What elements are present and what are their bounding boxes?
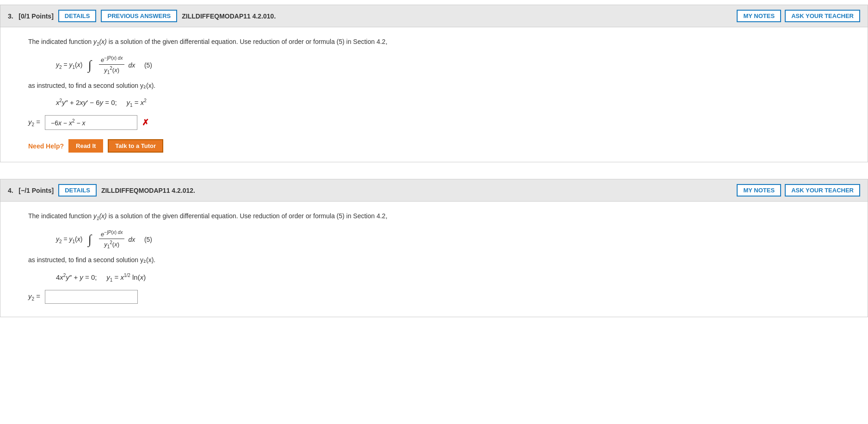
fraction-numerator: e−∫P(x) dx xyxy=(99,55,125,65)
problem-points-4: [−/1 Points] xyxy=(18,187,54,194)
problem-points: [0/1 Points] xyxy=(18,12,53,20)
problem-3-number: 3. [0/1 Points] xyxy=(8,12,54,20)
my-notes-button[interactable]: MY NOTES xyxy=(737,10,781,22)
problem-id-4: ZILLDIFFEQMODAP11 4.2.012. xyxy=(101,187,195,194)
problem-4-body: The indicated function y1(x) is a soluti… xyxy=(0,202,868,316)
fraction-denominator-4: y12(x) xyxy=(102,239,121,249)
integral-symbol-4: ∫ xyxy=(88,233,92,246)
read-it-button-3[interactable]: Read It xyxy=(68,139,103,153)
dx-label: dx xyxy=(128,61,135,69)
problem-3-header: 3. [0/1 Points] DETAILS PREVIOUS ANSWERS… xyxy=(0,5,868,27)
wrong-icon-3: ✗ xyxy=(142,117,149,128)
details-button[interactable]: DETAILS xyxy=(58,10,97,22)
talk-tutor-button-3[interactable]: Talk to a Tutor xyxy=(108,139,163,153)
ask-teacher-button-3[interactable]: ASK YOUR TEACHER xyxy=(785,10,860,22)
header-right-actions-4: MY NOTES ASK YOUR TEACHER xyxy=(737,184,860,197)
y2-eq-label-4: y2 = y1(x) xyxy=(56,235,82,244)
problem-4-answer-row: y2 = xyxy=(28,290,849,304)
answer-label-4: y2 = xyxy=(28,292,40,301)
dx-label-4: dx xyxy=(128,236,135,243)
problem-number-text-4: 4. xyxy=(8,187,13,194)
answer-input-4[interactable] xyxy=(45,290,138,304)
fraction-numerator-4: e−∫P(x) dx xyxy=(99,230,125,239)
problem-3-equation-block: x2y″ + 2xy′ − 6y = 0; y1 = x2 xyxy=(56,98,849,108)
details-button-4[interactable]: DETAILS xyxy=(58,184,97,197)
y1-notation: y1(x) xyxy=(93,38,107,45)
fraction-denominator: y12(x) xyxy=(102,65,121,75)
problem-id: ZILLDIFFEQMODAP11 4.2.010. xyxy=(182,12,276,20)
formula-number-label: (5) xyxy=(144,61,152,69)
my-notes-button-4[interactable]: MY NOTES xyxy=(737,184,781,197)
problem-4-number: 4. [−/1 Points] xyxy=(8,187,54,194)
answer-input-3[interactable]: −6x − x2 − x xyxy=(45,115,137,130)
problem-3-section: 3. [0/1 Points] DETAILS PREVIOUS ANSWERS… xyxy=(0,5,868,162)
problem-3-body: The indicated function y1(x) is a soluti… xyxy=(0,27,868,162)
header-right-actions: MY NOTES ASK YOUR TEACHER xyxy=(737,10,860,22)
previous-answers-button[interactable]: PREVIOUS ANSWERS xyxy=(101,10,177,22)
formula-5-block: y2 = y1(x) ∫ e−∫P(x) dx y12(x) dx (5) xyxy=(56,55,849,75)
need-help-3: Need Help? Read It Talk to a Tutor xyxy=(28,139,849,153)
fraction: e−∫P(x) dx y12(x) xyxy=(99,55,125,75)
equation-text-4: 4x2y″ + y = 0; y1 = x1/2 ln(x) xyxy=(56,273,146,281)
problem-3-instruction: as instructed, to find a second solution… xyxy=(28,80,849,91)
problem-3-answer-row: y2 = −6x − x2 − x ✗ xyxy=(28,115,849,130)
y1-notation-4: y1(x) xyxy=(93,212,107,220)
problem-4-description: The indicated function y1(x) is a soluti… xyxy=(28,211,849,222)
ask-teacher-button-4[interactable]: ASK YOUR TEACHER xyxy=(785,184,860,197)
integral-symbol: ∫ xyxy=(88,59,92,72)
y2-eq-label: y2 = y1(x) xyxy=(56,61,82,70)
need-help-label-3: Need Help? xyxy=(28,142,64,150)
answer-label-3: y2 = xyxy=(28,118,40,127)
problem-4-section: 4. [−/1 Points] DETAILS ZILLDIFFEQMODAP1… xyxy=(0,179,868,317)
problem-4-equation-block: 4x2y″ + y = 0; y1 = x1/2 ln(x) xyxy=(56,273,849,283)
problem-3-description: The indicated function y1(x) is a soluti… xyxy=(28,37,849,48)
problem-number-text: 3. xyxy=(8,12,13,20)
formula-5-block-4: y2 = y1(x) ∫ e−∫P(x) dx y12(x) dx (5) xyxy=(56,230,849,249)
formula-row: y2 = y1(x) ∫ e−∫P(x) dx y12(x) dx (5) xyxy=(56,55,152,75)
problem-4-instruction: as instructed, to find a second solution… xyxy=(28,255,849,265)
equation-text: x2y″ + 2xy′ − 6y = 0; y1 = x2 xyxy=(56,98,147,106)
fraction-4: e−∫P(x) dx y12(x) xyxy=(99,230,125,249)
problem-4-header: 4. [−/1 Points] DETAILS ZILLDIFFEQMODAP1… xyxy=(0,179,868,202)
formula-number-label-4: (5) xyxy=(144,236,152,243)
formula-row-4: y2 = y1(x) ∫ e−∫P(x) dx y12(x) dx (5) xyxy=(56,230,152,249)
